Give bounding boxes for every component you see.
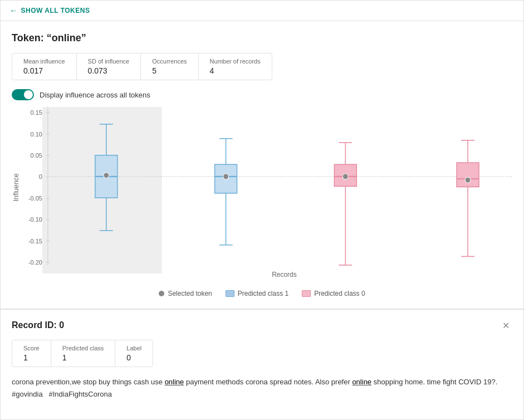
svg-text:Influence: Influence (12, 173, 20, 201)
svg-text:-0.20: -0.20 (28, 259, 42, 266)
main-content: Token: “online” Mean influence 0.017 SD … (1, 21, 523, 297)
record-text: corona prevention,we stop buy things cas… (12, 376, 512, 401)
svg-point-25 (104, 173, 109, 178)
record-header: Record ID: 0 ✕ (12, 319, 512, 332)
display-influence-toggle[interactable] (12, 89, 34, 100)
record-title: Record ID: 0 (12, 320, 64, 330)
stat-occ-value: 5 (152, 66, 187, 75)
toggle-label: Display influence across all tokens (40, 91, 150, 99)
legend-predicted-class-1: Predicted class 1 (226, 290, 288, 297)
svg-text:Records: Records (272, 270, 297, 278)
legend-selected-token-label: Selected token (168, 290, 212, 297)
chart-legend: Selected token Predicted class 1 Predict… (12, 290, 512, 297)
record-label: Label 0 (115, 340, 153, 367)
legend-predicted-class-1-label: Predicted class 1 (238, 290, 288, 297)
svg-text:0: 0 (39, 173, 42, 180)
legend-selected-token: Selected token (159, 290, 212, 297)
svg-text:-0.10: -0.10 (28, 216, 42, 223)
stat-num-records: Number of records 4 (199, 53, 272, 80)
svg-text:-0.15: -0.15 (28, 237, 42, 244)
record-score-value: 1 (23, 353, 40, 362)
record-section: Record ID: 0 ✕ Score 1 Predicted class 1… (1, 309, 523, 409)
chart-svg: 0.15 0.10 0.05 0 -0.05 -0.10 -0.15 (12, 107, 512, 285)
token-title: Token: “online” (12, 32, 512, 44)
stat-num-label: Number of records (210, 58, 261, 65)
stat-sd-influence: SD of influence 0.073 (77, 53, 141, 80)
record-label-label: Label (126, 345, 141, 351)
record-predicted-label: Predicted class (62, 345, 104, 351)
stat-mean-label: Mean influence (23, 58, 65, 65)
svg-text:0.05: 0.05 (31, 152, 42, 159)
svg-text:0.10: 0.10 (31, 130, 42, 137)
top-nav: ← SHOW ALL TOKENS (1, 1, 523, 21)
record-predicted-value: 1 (62, 353, 104, 362)
record-score: Score 1 (12, 340, 51, 367)
record-score-label: Score (23, 345, 40, 351)
stat-mean-value: 0.017 (23, 66, 65, 75)
stat-mean-influence: Mean influence 0.017 (12, 53, 77, 80)
record-label-value: 0 (126, 353, 141, 362)
stats-row: Mean influence 0.017 SD of influence 0.0… (12, 53, 272, 80)
svg-text:-0.05: -0.05 (28, 195, 42, 202)
stat-num-value: 4 (210, 66, 261, 75)
back-link[interactable]: ← SHOW ALL TOKENS (9, 6, 90, 15)
svg-point-32 (223, 174, 229, 179)
highlighted-word-1: online (165, 378, 184, 386)
legend-predicted-class-0: Predicted class 0 (302, 290, 365, 297)
record-predicted-class: Predicted class 1 (51, 340, 116, 367)
svg-text:0.15: 0.15 (31, 109, 42, 116)
selected-token-dot (159, 291, 164, 296)
highlighted-word-2: online (352, 378, 371, 386)
svg-point-46 (465, 177, 471, 183)
toggle-row: Display influence across all tokens (12, 89, 512, 100)
chart-wrapper: 0.15 0.10 0.05 0 -0.05 -0.10 -0.15 (12, 107, 512, 285)
stat-sd-value: 0.073 (88, 66, 130, 75)
svg-rect-41 (457, 163, 479, 187)
stat-occ-label: Occurrences (152, 58, 187, 65)
stat-sd-label: SD of influence (88, 58, 130, 65)
predicted-class-1-box (226, 290, 234, 297)
close-button[interactable]: ✕ (499, 319, 512, 332)
back-arrow-icon: ← (9, 6, 18, 15)
back-link-label: SHOW ALL TOKENS (21, 7, 90, 14)
record-stats: Score 1 Predicted class 1 Label 0 (12, 340, 153, 367)
stat-occurrences: Occurrences 5 (141, 53, 198, 80)
legend-predicted-class-0-label: Predicted class 0 (314, 290, 365, 297)
svg-point-39 (342, 174, 348, 179)
predicted-class-0-box (302, 290, 311, 297)
